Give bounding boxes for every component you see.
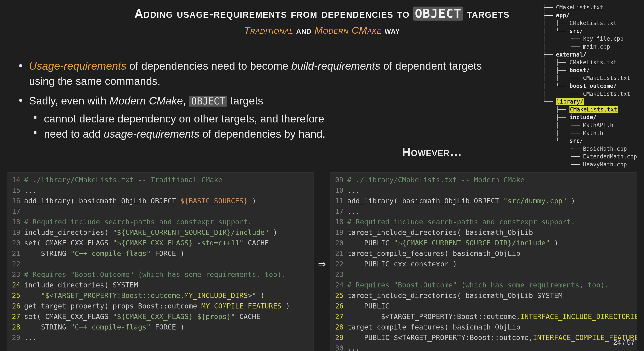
line-number: 09 <box>330 174 347 185</box>
tree-row: └── library/ <box>542 98 637 106</box>
tree-row: ├── app/ <box>542 12 637 20</box>
bullet-2-d: targets <box>227 95 263 107</box>
page-number: 24 / 57 <box>613 338 635 346</box>
line-number: 21 <box>330 248 347 259</box>
sub-2-b: usage-requirements <box>104 128 199 140</box>
code-line: 15... <box>7 185 314 196</box>
code-line: 30... <box>330 343 637 351</box>
code-text: PUBLIC $<TARGET_PROPERTY:Boost::outcome,… <box>347 332 637 343</box>
line-number: 28 <box>7 322 24 332</box>
subtitle-and: and <box>293 25 314 36</box>
code-text: $<TARGET_PROPERTY:Boost::outcome,INTERFA… <box>347 311 637 322</box>
bullet-1: Usage-requirements of dependencies need … <box>16 58 488 89</box>
sub-2-c: of dependencies by hand. <box>199 128 326 140</box>
code-text: # Requires "Boost.Outcome" (which has so… <box>347 280 609 290</box>
code-line: 25 "$<TARGET_PROPERTY:Boost::outcome,MY_… <box>7 290 314 301</box>
code-line: 21 STRING "C++ compile-flags" FORCE ) <box>7 248 314 259</box>
code-line: 18# Required include search-paths and co… <box>330 217 637 227</box>
code-text: STRING "C++ compile-flags" FORCE ) <box>24 322 184 332</box>
code-row: 14# ./library/CMakeLists.txt -- Traditio… <box>7 172 637 351</box>
line-number: 16 <box>7 196 24 206</box>
code-line: 25target_include_directories( basicmath_… <box>330 290 637 301</box>
code-text: # Requires "Boost.Outcome" (which has so… <box>24 269 286 280</box>
code-line: 28 STRING "C++ compile-flags" FORCE ) <box>7 322 314 332</box>
line-number: 23 <box>330 269 347 280</box>
subtitle-traditional: Traditional <box>244 25 293 36</box>
tree-row: │ └── main.cpp <box>542 43 637 51</box>
code-text: PUBLIC <box>347 301 390 311</box>
tree-row: ├── CMakeLists.txt <box>542 106 637 114</box>
code-text: set( CMAKE_CXX_FLAGS "${CMAKE_CXX_FLAGS}… <box>24 311 260 322</box>
code-line: 23# Requires "Boost.Outcome" (which has … <box>7 269 314 280</box>
tree-row: ├── ExtendedMath.cpp <box>542 153 637 161</box>
code-pane-left: 14# ./library/CMakeLists.txt -- Traditio… <box>7 172 314 351</box>
code-line: 18# Required include search-paths and co… <box>7 217 314 227</box>
code-text: ... <box>24 185 37 196</box>
bullet-2-a: Sadly, even with <box>29 95 109 107</box>
arrow-icon: ⇒ <box>314 172 330 351</box>
title-pre: Adding usage-requirements from dependenc… <box>134 7 414 20</box>
code-line: 29... <box>7 332 314 343</box>
code-line: 24include_directories( SYSTEM <box>7 280 314 290</box>
code-pane-right: 09# ./library/CMakeLists.txt -- Modern C… <box>330 172 637 351</box>
bullet-1-c: build-requirements <box>292 60 380 72</box>
line-number: 29 <box>7 332 24 343</box>
tree-row: ├── CMakeLists.txt <box>542 4 637 12</box>
bullet-1-a: Usage-requirements <box>29 60 126 72</box>
code-line: 10... <box>330 185 637 196</box>
code-text: target_compile_features( basicmath_ObjLi… <box>347 248 520 259</box>
code-line: 22 PUBLIC cxx_constexpr ) <box>330 259 637 269</box>
code-text: include_directories( SYSTEM <box>24 280 138 290</box>
main-bullets: Usage-requirements of dependencies need … <box>16 58 488 146</box>
line-number: 10 <box>330 185 347 196</box>
code-text: add_library( basicmath_ObjLib OBJECT ${B… <box>24 196 256 206</box>
code-line: 27 $<TARGET_PROPERTY:Boost::outcome,INTE… <box>330 311 637 322</box>
code-text: STRING "C++ compile-flags" FORCE ) <box>24 248 184 259</box>
file-tree: ├── CMakeLists.txt├── app/│ ├── CMakeLis… <box>542 4 637 168</box>
line-number: 22 <box>330 259 347 269</box>
line-number: 30 <box>330 343 347 351</box>
tree-row: │ ├── boost/ <box>542 66 637 74</box>
line-number: 17 <box>7 206 24 217</box>
sub-bullet-2: need to add usage-requirements of depend… <box>29 126 488 142</box>
line-number: 26 <box>7 301 24 311</box>
sub-2-a: need to add <box>44 128 104 140</box>
code-text: get_target_property( props Boost::outcom… <box>24 301 290 311</box>
line-number: 20 <box>330 238 347 248</box>
tree-row: │ └── src/ <box>542 27 637 35</box>
code-text: ... <box>347 206 360 217</box>
code-line: 19target_include_directories( basicmath_… <box>330 227 637 238</box>
tree-row: │ │ └── CMakeLists.txt <box>542 74 637 82</box>
code-text: # Required include search-paths and cons… <box>347 217 575 227</box>
tree-row: │ ├── MathAPI.h <box>542 122 637 130</box>
however-text: However… <box>402 145 462 159</box>
code-line: 16add_library( basicmath_ObjLib OBJECT $… <box>7 196 314 206</box>
slide: Adding usage-requirements from dependenc… <box>0 0 644 351</box>
line-number: 18 <box>330 217 347 227</box>
code-text: add_library( basicmath_ObjLib OBJECT "sr… <box>347 196 575 206</box>
line-number: 18 <box>7 217 24 227</box>
subtitle-modern: Modern CMake <box>314 25 382 36</box>
code-text: PUBLIC "${CMAKE_CURRENT_SOURCE_DIR}/incl… <box>347 238 558 248</box>
code-text: set( CMAKE_CXX_FLAGS "${CMAKE_CXX_FLAGS}… <box>24 238 269 248</box>
code-text: "$<TARGET_PROPERTY:Boost::outcome,MY_INC… <box>24 290 265 301</box>
line-number: 26 <box>330 301 347 311</box>
line-number: 27 <box>7 311 24 322</box>
title-post: targets <box>463 7 510 20</box>
code-text: include_directories( "${CMAKE_CURRENT_SO… <box>24 227 277 238</box>
bullet-2-b: Modern CMake <box>109 95 183 107</box>
code-text: target_compile_features( basicmath_ObjLi… <box>347 322 520 332</box>
code-line: 24# Requires "Boost.Outcome" (which has … <box>330 280 637 290</box>
sub-bullet-1: cannot declare dependency on other targe… <box>29 111 488 126</box>
code-text: PUBLIC cxx_constexpr ) <box>347 259 457 269</box>
line-number: 24 <box>330 280 347 290</box>
code-text: target_include_directories( basicmath_Ob… <box>347 227 533 238</box>
code-line: 17 <box>7 206 314 217</box>
line-number: 20 <box>7 238 24 248</box>
code-line: 26get_target_property( props Boost::outc… <box>7 301 314 311</box>
code-text: # ./library/CMakeLists.txt -- Modern CMa… <box>347 174 524 185</box>
tree-row: │ └── boost_outcome/ <box>542 82 637 90</box>
code-text: # ./library/CMakeLists.txt -- Traditiona… <box>24 174 222 185</box>
code-line: 26 PUBLIC <box>330 301 637 311</box>
code-line: 29 PUBLIC $<TARGET_PROPERTY:Boost::outco… <box>330 332 637 343</box>
